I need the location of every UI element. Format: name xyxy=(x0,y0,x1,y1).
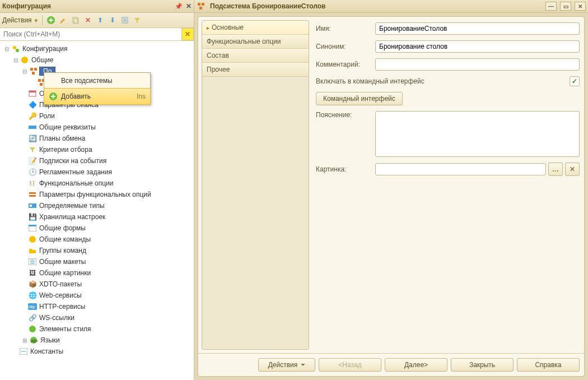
tree-item[interactable]: Хранилища настроек xyxy=(39,213,105,221)
tree-item[interactable]: Параметры функциональных опций xyxy=(39,191,151,198)
sort-button[interactable] xyxy=(120,15,130,25)
tree-toggle[interactable]: ⊞ xyxy=(21,337,28,344)
tree-common[interactable]: Общие xyxy=(31,56,53,64)
copy-button[interactable] xyxy=(71,15,81,25)
actions-menu[interactable]: Действия ▼ xyxy=(2,16,39,24)
command-interface-button[interactable]: Командный интерфейс xyxy=(316,92,403,105)
svg-point-16 xyxy=(33,181,34,182)
picture-label: Картинка: xyxy=(316,165,371,173)
svg-rect-34 xyxy=(202,3,204,6)
svg-rect-7 xyxy=(30,68,33,71)
actions-button[interactable]: Действия xyxy=(258,358,315,372)
comment-label: Комментарий: xyxy=(316,61,371,68)
help-button[interactable]: Справка xyxy=(517,358,580,372)
svg-rect-14 xyxy=(29,91,36,92)
item-icon: 🔷 xyxy=(28,100,37,109)
key-icon: 🔑 xyxy=(28,112,37,121)
form-footer: Действия <Назад Далее> Закрыть Справка xyxy=(198,353,584,376)
include-ci-checkbox[interactable]: ✓ xyxy=(570,76,580,86)
add-button[interactable] xyxy=(46,15,56,25)
window-title-text: Подсистема БронированиеСтолов xyxy=(210,2,325,10)
config-root-icon xyxy=(11,44,20,53)
name-input[interactable] xyxy=(375,22,580,35)
svg-text:http: http xyxy=(29,305,35,309)
svg-rect-12 xyxy=(40,83,43,86)
subsystem-form: ▸Основные Функциональные опции Состав Пр… xyxy=(198,16,585,377)
folder-icon xyxy=(28,246,37,255)
next-button[interactable]: Далее> xyxy=(385,358,447,372)
maximize-button[interactable]: ▭ xyxy=(560,2,571,11)
tree-item[interactable]: Определяемые типы xyxy=(39,202,105,210)
tree-item[interactable]: Общие реквизиты xyxy=(39,123,96,131)
tree-item[interactable]: Общие картинки xyxy=(39,269,91,277)
config-tree-panel: Конфигурация 📌 ✕ Действия ▼ ✕ ⬆ ⬇ ✕ ⊟Кон… xyxy=(0,0,194,380)
comment-input[interactable] xyxy=(375,58,580,71)
tree-item[interactable]: Критерии отбора xyxy=(39,146,92,154)
constants-icon xyxy=(19,347,28,356)
style-icon xyxy=(28,325,37,333)
languages-icon: ABC xyxy=(29,336,38,345)
search-input[interactable] xyxy=(0,29,181,40)
pin-icon[interactable]: 📌 xyxy=(175,3,183,10)
right-area: Подсистема БронированиеСтолов — ▭ ✕ ▸Осн… xyxy=(194,0,588,380)
svg-point-6 xyxy=(21,57,28,63)
left-title-text: Конфигурация xyxy=(2,2,51,10)
synonym-input[interactable] xyxy=(375,40,580,53)
explanation-label: Пояснение: xyxy=(316,111,371,119)
subsystem-icon xyxy=(197,2,206,11)
svg-point-18 xyxy=(33,184,34,186)
picture-select-button[interactable]: … xyxy=(548,163,563,176)
subsystem-window-title: Подсистема БронированиеСтолов — ▭ ✕ xyxy=(194,0,588,13)
edit-button[interactable] xyxy=(58,15,68,25)
template-icon xyxy=(28,257,37,266)
tree-toggle[interactable]: ⊟ xyxy=(3,45,10,52)
tree-toggle[interactable]: ⊟ xyxy=(12,57,19,63)
tree-item[interactable]: Функциональные опции xyxy=(39,179,114,187)
tree-item[interactable]: Общие макеты xyxy=(39,258,86,266)
tree-item[interactable]: WS-ссылки xyxy=(39,314,74,322)
close-form-button[interactable]: Закрыть xyxy=(451,358,514,372)
svg-rect-15 xyxy=(29,126,36,129)
form-fields: Имя: Синоним: Комментарий: Включать в ко… xyxy=(314,20,581,350)
add-icon xyxy=(49,92,58,101)
delete-button[interactable]: ✕ xyxy=(83,15,93,25)
close-icon[interactable]: ✕ xyxy=(186,2,192,10)
tree-item[interactable]: HTTP-сервисы xyxy=(39,303,85,311)
tab-main[interactable]: ▸Основные xyxy=(202,21,309,35)
picture-clear-button[interactable]: ✕ xyxy=(565,163,580,176)
search-clear-button[interactable]: ✕ xyxy=(181,28,194,40)
name-label: Имя: xyxy=(316,25,371,33)
tab-other[interactable]: Прочее xyxy=(202,63,309,77)
picture-input[interactable] xyxy=(375,163,546,175)
tree-item[interactable]: XDTO-пакеты xyxy=(39,280,82,288)
tree-item[interactable]: Общие формы xyxy=(39,224,86,232)
tree-item[interactable]: Web-сервисы xyxy=(39,291,82,299)
left-panel-title: Конфигурация 📌 ✕ xyxy=(0,0,194,13)
synonym-label: Синоним: xyxy=(316,43,371,50)
tree-constants[interactable]: Константы xyxy=(30,347,63,355)
tab-functional-options[interactable]: Функциональные опции xyxy=(202,35,309,49)
tree-root[interactable]: Конфигурация xyxy=(22,45,68,53)
move-up-button[interactable]: ⬆ xyxy=(95,15,105,25)
include-ci-label: Включать в командный интерфейс xyxy=(316,77,424,85)
filter-button[interactable] xyxy=(132,15,142,25)
close-button[interactable]: ✕ xyxy=(575,2,586,11)
tree-item[interactable]: Общие команды xyxy=(39,235,91,243)
tree-toggle[interactable]: ⊟ xyxy=(21,68,28,75)
svg-rect-19 xyxy=(29,192,36,194)
tree-item[interactable]: Регламентные задания xyxy=(39,168,112,176)
move-down-button[interactable]: ⬇ xyxy=(108,15,118,25)
tree-languages[interactable]: Языки xyxy=(40,336,60,344)
tree-item[interactable]: Группы команд xyxy=(39,247,86,254)
svg-rect-9 xyxy=(32,72,35,75)
tree-item[interactable]: Планы обмена xyxy=(39,135,85,142)
explanation-input[interactable] xyxy=(375,111,580,157)
cm-add[interactable]: Добавить Ins xyxy=(44,88,151,105)
cm-all-subsystems[interactable]: Все подсистемы xyxy=(44,73,150,89)
tree-item[interactable]: Элементы стиля xyxy=(39,325,91,333)
minimize-button[interactable]: — xyxy=(545,2,557,11)
tree-item[interactable]: Подписки на события xyxy=(39,157,106,165)
tree-item[interactable]: Роли xyxy=(39,112,55,120)
command-icon xyxy=(28,235,37,244)
tab-content[interactable]: Состав xyxy=(202,49,309,63)
